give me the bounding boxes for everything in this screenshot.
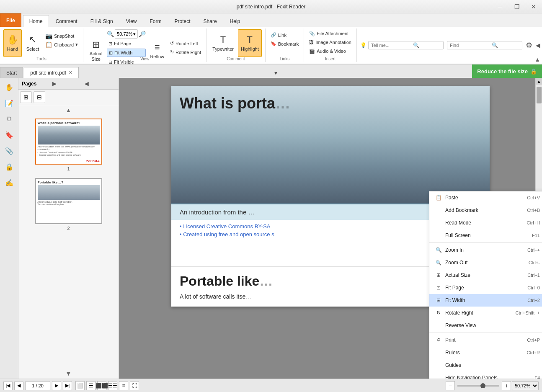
hand-tool-button[interactable]: ✋ Hand (3, 29, 22, 57)
annotation-button[interactable]: 📝 (2, 95, 17, 111)
vscroll-up-button[interactable]: ▲ (536, 78, 542, 85)
bookmark-nav-button[interactable]: 🔖 (2, 127, 17, 142)
ctx-read-mode[interactable]: Read Mode Ctrl+H (429, 217, 542, 229)
signature-button[interactable]: ✍ (2, 175, 17, 190)
vscroll-thumb[interactable] (537, 87, 542, 103)
ribbon-collapse-button[interactable]: ▲ (534, 56, 540, 63)
page-thumb-1[interactable]: What is portable software? An introducti… (22, 119, 115, 171)
image-annotation-button[interactable]: 🖼 Image Annotation (307, 38, 353, 46)
zoom-slider[interactable] (457, 385, 499, 387)
tab-file[interactable]: File (0, 13, 21, 27)
tab-form[interactable]: Form (144, 15, 168, 27)
fit-width-button[interactable]: ⊞ Fit Width (107, 49, 146, 57)
fullscreen-status-button[interactable]: ⛶ (130, 381, 139, 390)
page-input[interactable] (25, 381, 50, 390)
snapshot-button[interactable]: 📷 SnapShot (44, 32, 80, 40)
ctx-paste[interactable]: 📋 Paste Ctrl+V (429, 191, 542, 204)
clipboard-dropdown-icon[interactable]: ▾ (75, 42, 78, 47)
facing-button[interactable]: ⬛⬛ (97, 381, 106, 390)
ctx-rulers[interactable]: Rulers Ctrl+R (429, 346, 542, 359)
last-page-button[interactable]: ▶| (63, 381, 72, 390)
ctx-print[interactable]: 🖨 Print Ctrl+P (429, 334, 542, 346)
close-button[interactable]: ✕ (525, 0, 542, 13)
typewriter-button[interactable]: T Typewriter (210, 29, 236, 57)
tab-protect[interactable]: Protect (168, 15, 197, 27)
file-attachment-button[interactable]: 📎 File Attachment (307, 29, 353, 38)
highlight-button[interactable]: T Highlight (238, 29, 262, 57)
layers-button[interactable]: ⧉ (2, 111, 17, 126)
zoom-in-status-button[interactable]: + (502, 381, 511, 390)
clipboard-button[interactable]: 📋 Clipboard ▾ (44, 41, 80, 49)
restore-button[interactable]: ❐ (508, 0, 525, 13)
zoom-slider-thumb[interactable] (480, 383, 485, 388)
print-ctx-icon: 🖨 (435, 337, 442, 343)
ctx-fit-page[interactable]: ⊡ Fit Page Ctrl+0 (429, 281, 542, 294)
ctx-hide-nav-panels[interactable]: Hide Navigation Panels F4 (429, 371, 542, 379)
tell-me-input[interactable] (371, 43, 413, 48)
link-button[interactable]: 🔗 Link (269, 31, 301, 39)
rotate-left-button[interactable]: ↺ Rotate Left (168, 39, 203, 48)
zoom-selector[interactable]: 50.72% ▾ (115, 29, 138, 39)
pages-tool-1[interactable]: ⊞ (20, 91, 32, 103)
ctx-actual-size[interactable]: ⊞ Actual Size Ctrl+1 (429, 269, 542, 281)
tab-fill-sign[interactable]: Fill & Sign (84, 15, 119, 27)
continuous-button[interactable]: ☰ (86, 381, 95, 390)
settings-icon[interactable]: ⚙ (526, 41, 532, 50)
ctx-rotate-right[interactable]: ↻ Rotate Right Ctrl+Shift++ (429, 307, 542, 319)
pdf-tab-close[interactable]: ✕ (69, 70, 72, 75)
tab-home[interactable]: Home (23, 15, 49, 27)
single-page-button[interactable]: ⬜ (75, 381, 85, 390)
reading-mode-button[interactable]: ≡ (119, 381, 128, 390)
select-tool-button[interactable]: ↖ Select (23, 29, 42, 57)
tab-comment[interactable]: Comment (49, 15, 84, 27)
ctx-zoom-out[interactable]: 🔍 Zoom Out Ctrl+- (429, 256, 542, 269)
fit-page-button[interactable]: ⊡ Fit Page (107, 39, 146, 48)
ctx-reverse-view[interactable]: Reverse View (429, 319, 542, 332)
ctx-zoom-in[interactable]: 🔍 Zoom In Ctrl++ (429, 244, 542, 256)
tab-help[interactable]: Help (224, 15, 247, 27)
pages-prev-button[interactable]: ◀ (83, 81, 115, 87)
pages-next-button[interactable]: ▶ (51, 81, 83, 87)
back-icon[interactable]: ◀ (536, 42, 540, 49)
page-thumb-2[interactable]: Portable like ...? A lot of software cal… (22, 178, 115, 231)
zoom-in-icon[interactable]: 🔎 (139, 31, 146, 37)
tab-pdf-file[interactable]: pdf site intro.pdf ✕ (24, 67, 78, 78)
bookmark-button[interactable]: 🔖 Bookmark (269, 40, 301, 48)
file-attachment-label: File Attachment (317, 31, 348, 36)
pages-scroll-area[interactable]: What is portable software? An introducti… (18, 115, 119, 369)
zoom-out-icon[interactable]: 🔍 (107, 31, 114, 37)
ctx-paste-shortcut: Ctrl+V (527, 195, 540, 200)
security-button[interactable]: 🔒 (2, 159, 17, 174)
title-bar: pdf site intro.pdf - Foxit Reader ─ ❐ ✕ (0, 0, 542, 13)
attachment-nav-button[interactable]: 📎 (2, 143, 17, 158)
ctx-full-screen[interactable]: Full Screen F11 (429, 229, 542, 242)
ctx-reverseview-label: Reverse View (445, 322, 476, 328)
ctx-guides[interactable]: Guides (429, 359, 542, 371)
tab-view[interactable]: View (120, 15, 143, 27)
continuous-facing-button[interactable]: ☰☰ (108, 381, 117, 390)
ctx-fit-width[interactable]: ⊟ Fit Width Ctrl+2 (429, 294, 542, 307)
pages-scroll-down[interactable]: ▼ (18, 369, 119, 379)
tabs-dropdown-button[interactable]: ▾ (271, 68, 281, 78)
pages-scroll-up[interactable]: ▲ (18, 105, 119, 115)
minimize-button[interactable]: ─ (492, 0, 508, 13)
next-page-button[interactable]: ▶ (52, 381, 61, 390)
hand-icon: ✋ (7, 34, 18, 45)
zoom-select[interactable]: 50.72% 25% 50% 75% 100% (512, 381, 539, 390)
rotate-right-button[interactable]: ↻ Rotate Right (168, 48, 203, 57)
audio-video-button[interactable]: 🎬 Audio & Video (307, 47, 353, 55)
ctx-add-bookmark[interactable]: Add Bookmark Ctrl+B (429, 204, 542, 217)
first-page-button[interactable]: |◀ (3, 381, 13, 390)
zoom-out-status-button[interactable]: − (446, 381, 455, 390)
zoom-dropdown-icon[interactable]: ▾ (133, 31, 136, 37)
ctx-rulers-label: Rulers (445, 350, 460, 356)
tab-share[interactable]: Share (197, 15, 223, 27)
prev-page-button[interactable]: ◀ (14, 381, 23, 390)
tab-start[interactable]: Start (0, 67, 23, 78)
pages-tool-2[interactable]: ⊟ (34, 91, 45, 103)
tell-me-search-wrap[interactable]: 🔍 (368, 41, 444, 49)
find-input[interactable] (450, 43, 492, 48)
find-search-wrap[interactable]: 🔍 (447, 41, 522, 49)
hand-nav-button[interactable]: ✋ (2, 80, 17, 95)
reduce-file-size-button[interactable]: Reduce the file size 🔒 (472, 64, 542, 78)
